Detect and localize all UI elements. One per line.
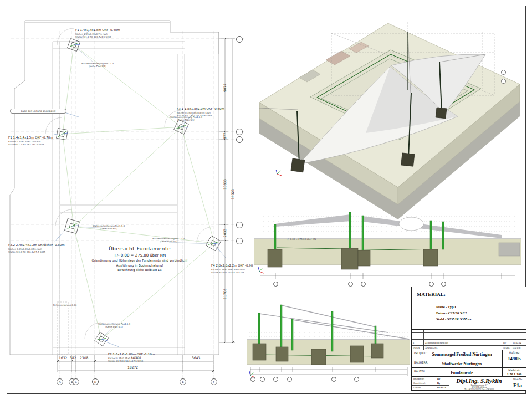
beton-note: Betonvorsprung 0.06 [53,304,76,307]
title-block: MATERIAL: Plane - Typ I Beton - C25/30 X… [411,287,526,391]
massstab-cell: Maßstab 1:50 1:100 [502,368,526,377]
elevation-front [247,305,410,377]
notice-datum: +/- 0.00 = 275.00 über NN [82,253,197,258]
project-name: Sonnensegel Freibad Nürtingen [424,352,500,357]
ground-band [254,239,521,265]
order-number: 14/005 [503,356,526,361]
elev-bubble [273,377,278,382]
grid-bubble-a: A [57,378,63,385]
orientation-note: Stützenorientierung Pos1.1.3 (siehe Plan… [166,116,206,121]
plan-linework [10,21,245,385]
dim-label: 10333 [223,179,227,190]
leitung-note: Lage der Leitung angepasst [10,109,66,114]
revision-text: Zeichnung überarbeitet [424,340,502,346]
elev-bubble [287,377,292,382]
foundation-label-f4: F4 2.0x2.0x2.2m OKF -0.90 Köcher 0.35x0.… [211,259,253,274]
projekt-row: PROJEKT : Sonnensegel Freibad Nürtingen [412,350,502,359]
elev-bubble [348,282,353,287]
revision-index: a [412,340,424,346]
elev-bubble [441,282,446,287]
sheet-number: F1a [509,382,526,388]
material-line: Beton - C25/30 XC2 [436,311,467,315]
notice-title: Übersicht Fundamente [82,246,197,252]
elevation-side [254,212,521,279]
elev-bubble [354,377,359,382]
elev-bubble [361,282,366,287]
foundation-label-f2: F2 1.6x1.6x1.80m OKF -1.10m Köcher 0.35x… [108,347,155,363]
signature-block: Bearbeitet Ry Gezeichnet Ry Datum 09.02.… [412,377,526,390]
orientation-note: Stützenorientierung Pos1.1.3 (siehe Plan… [94,323,134,328]
dim-label: 877 [223,133,227,139]
dim-label: 11706 [223,289,227,299]
dim-label-total: 18272 [127,366,138,370]
scale-value: 1:50 1:100 [503,372,526,376]
elev-bubble [273,282,278,287]
elev-bubble [331,377,336,382]
part-name: Fundamente [424,370,500,375]
engineer-name: Dipl.Ing. S.Ryklin [449,377,509,384]
dim-label: 382 [70,356,76,360]
plan-sail-lines [63,45,214,339]
orientation-note: Stützenorientierung Pos1.1.3 (siehe Plan… [78,62,117,68]
revision-date: 12.02.14 [511,340,526,346]
material-line: Stahl - S235JR S355 vz [436,317,472,321]
material-line: Plane - Typ I [436,305,456,309]
ground-band-2 [247,340,410,365]
ref-bubble [501,79,506,84]
foundation-label-f1-left: F1 1.4x1.4x1.5m OKF -0.70m Köcher 0.35x0… [8,131,53,146]
dim-label: 10307 [131,356,141,360]
dim-label: 3643 [192,356,200,360]
grid-bubble-f: F [211,378,217,385]
elev-bubble [429,282,434,287]
view-3d [259,22,520,219]
dim-label: 1632 [59,356,67,360]
row-bubble [236,36,243,43]
plan-notice-block: Übersicht Fundamente +/- 0.00 = 275.00 ü… [82,246,197,272]
ref-bubble [501,70,506,75]
grid-bubble-c: C [73,378,79,385]
drawing-sheet: { "titleblock": { "material_heading": "M… [0,0,532,399]
orientation-note: Stützenorientierung Pos1.1.3 (siehe Plan… [149,237,188,243]
orientation-note: Stützenorientierung Pos1.1.3 (siehe Plan… [89,224,129,230]
blatt-cell: Blatt Nr F1a [509,377,526,390]
foundation-label-f3-1: F3.1 1.8x1.8x2.0m OKF -0.60m Köcher 0.35… [177,102,224,117]
auftrag-cell: Auftrag 14/005 [502,350,526,368]
client-name: Stadtwerke Nürtingen [424,361,500,366]
grid-bubble-e: E [180,378,186,385]
row-bubble [236,129,243,135]
ucs-icon-elev1 [258,267,264,273]
row-bubble [236,222,243,228]
plan-leader-lines [54,31,226,347]
dim-label: 9074 [223,84,227,92]
foundation-label-f3-2: F3.2 2.4x2.4x1.2m OKKöcher -0.80m Köcher… [8,238,65,254]
revision-name: Ry [502,340,511,346]
dim-label-total: 34023 [231,189,235,200]
material-heading: MATERIAL: [417,291,446,297]
grid-bubble-d: D [92,378,99,385]
row-bubble [236,136,243,143]
sail-profile [275,214,350,227]
engineer-cell: Dipl.Ing. S.Ryklin Landhausstrasse 17 69… [449,377,509,390]
plan-foundation-symbols [57,38,222,346]
elevation-datum: +/- 0.00 = 275.00 über NN [286,238,316,241]
elev-bubble [260,377,265,382]
bauteil-row: BAUTEIL : Fundamente [412,368,502,377]
row-bubble [236,238,243,244]
elev-bubble [250,377,255,382]
dim-label: 2033 [223,229,227,237]
bauherr-row: BAUHERR: Stadtwerke Nürtingen [412,359,502,368]
revision-table: a Zeichnung überarbeitet Ry 12.02.14 IND… [412,329,526,350]
ucs-icon-3d [276,170,282,176]
dim-label: 2308 [80,356,88,360]
foundation-label-f1-top: F1 1.4x1.4x1.5m OKF -0.40m Köcher 0.35x0… [75,23,120,39]
plan-grid-lines [11,31,245,385]
